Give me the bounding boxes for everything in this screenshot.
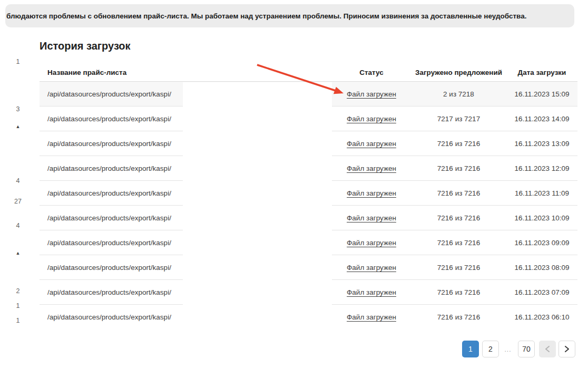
offers-count: 7216 из 7216 [411,239,506,247]
offers-count: 7216 из 7216 [411,264,506,272]
rail-badge: 1 [7,316,29,325]
upload-date: 16.11.2023 07:09 [506,288,577,296]
upload-date: 16.11.2023 10:09 [506,214,577,222]
upload-date: 16.11.2023 11:09 [506,189,577,197]
rail-badge: 1 [7,301,29,311]
collapse-caret-icon[interactable]: ▲ [7,122,29,131]
status-link[interactable]: Файл загружен [347,90,396,98]
upload-date: 16.11.2023 14:09 [506,115,577,123]
collapse-caret-icon[interactable]: ▲ [7,248,29,258]
pagination-next-button[interactable] [558,341,575,357]
upload-date: 16.11.2023 09:09 [506,239,577,247]
rail-badge: 4 [7,176,29,186]
page-title: История загрузок [40,40,131,52]
status-link[interactable]: Файл загружен [347,288,396,296]
status-link[interactable]: Файл загружен [347,140,396,148]
rail-badge: 3 [7,104,29,114]
chevron-left-icon [545,345,550,353]
pagination-page-70[interactable]: 70 [518,341,535,357]
rail-badge: 1 [7,57,29,66]
rail-badge: 2 [7,286,29,296]
rail-badge: 27 [7,197,29,206]
red-arrow-annotation-icon [253,59,350,100]
notification-banner: блюдаются проблемы с обновлением прайс-л… [5,4,574,27]
offers-count: 7216 из 7216 [411,313,506,321]
offers-count: 7216 из 7216 [411,288,506,296]
pagination-prev-button[interactable] [539,341,556,357]
offers-count: 7216 из 7216 [411,214,506,222]
upload-date: 16.11.2023 12:09 [506,164,577,172]
status-link[interactable]: Файл загружен [347,164,396,172]
redaction-overlay [183,82,332,329]
upload-date: 16.11.2023 15:09 [506,90,577,98]
offers-count: 2 из 7218 [411,90,506,98]
upload-date: 16.11.2023 06:10 [506,313,577,321]
pagination-page-2[interactable]: 2 [482,341,499,357]
offers-count: 7217 из 7217 [411,115,506,123]
offers-count: 7216 из 7216 [411,164,506,172]
status-link[interactable]: Файл загружен [347,189,396,197]
notification-text: блюдаются проблемы с обновлением прайс-л… [6,12,526,20]
status-link[interactable]: Файл загружен [347,214,396,222]
header-date: Дата загрузки [506,69,577,76]
status-link[interactable]: Файл загружен [347,313,396,321]
status-link[interactable]: Файл загружен [347,239,396,247]
status-link[interactable]: Файл загружен [347,264,396,272]
offers-count: 7216 из 7216 [411,189,506,197]
rail-badge: 4 [7,221,29,230]
pagination-page-1[interactable]: 1 [462,341,479,357]
offers-count: 7216 из 7216 [411,140,506,148]
status-link[interactable]: Файл загружен [347,115,396,123]
header-offers: Загружено предложений [411,69,506,76]
upload-date: 16.11.2023 13:09 [506,140,577,148]
chevron-right-icon [564,345,570,353]
upload-date: 16.11.2023 08:09 [506,264,577,272]
pagination-ellipsis: ... [501,341,515,357]
